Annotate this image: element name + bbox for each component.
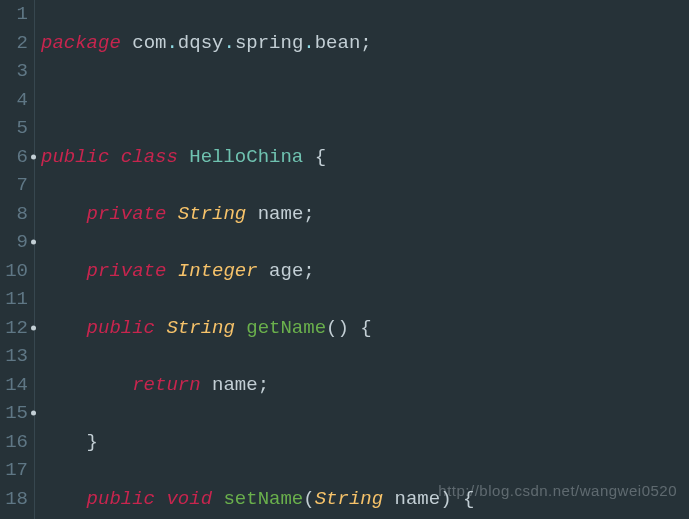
line-number: 13: [2, 342, 28, 371]
line-number: 14: [2, 371, 28, 400]
line-number: 5: [2, 114, 28, 143]
line-number: 3: [2, 57, 28, 86]
line-number: 15: [2, 399, 28, 428]
line-number: 7: [2, 171, 28, 200]
line-number: 1: [2, 0, 28, 29]
line-number: 17: [2, 456, 28, 485]
line-number: 4: [2, 86, 28, 115]
line-number-gutter: 1 2 3 4 5 6 7 8 9 10 11 12 13 14 15 16 1…: [0, 0, 35, 519]
code-line: private String name;: [41, 200, 689, 229]
line-number: 10: [2, 257, 28, 286]
code-line: public class HelloChina {: [41, 143, 689, 172]
code-area[interactable]: package com.dqsy.spring.bean; public cla…: [35, 0, 689, 519]
code-line: }: [41, 428, 689, 457]
code-line: package com.dqsy.spring.bean;: [41, 29, 689, 58]
code-line: private Integer age;: [41, 257, 689, 286]
line-number: 12: [2, 314, 28, 343]
line-number: 18: [2, 485, 28, 514]
code-line: [41, 86, 689, 115]
code-line: return name;: [41, 371, 689, 400]
line-number: 9: [2, 228, 28, 257]
code-line: public String getName() {: [41, 314, 689, 343]
line-number: 8: [2, 200, 28, 229]
line-number: 6: [2, 143, 28, 172]
line-number: 2: [2, 29, 28, 58]
line-number: 11: [2, 285, 28, 314]
code-editor: 1 2 3 4 5 6 7 8 9 10 11 12 13 14 15 16 1…: [0, 0, 689, 519]
line-number: 16: [2, 428, 28, 457]
code-line: public void setName(String name) {: [41, 485, 689, 514]
